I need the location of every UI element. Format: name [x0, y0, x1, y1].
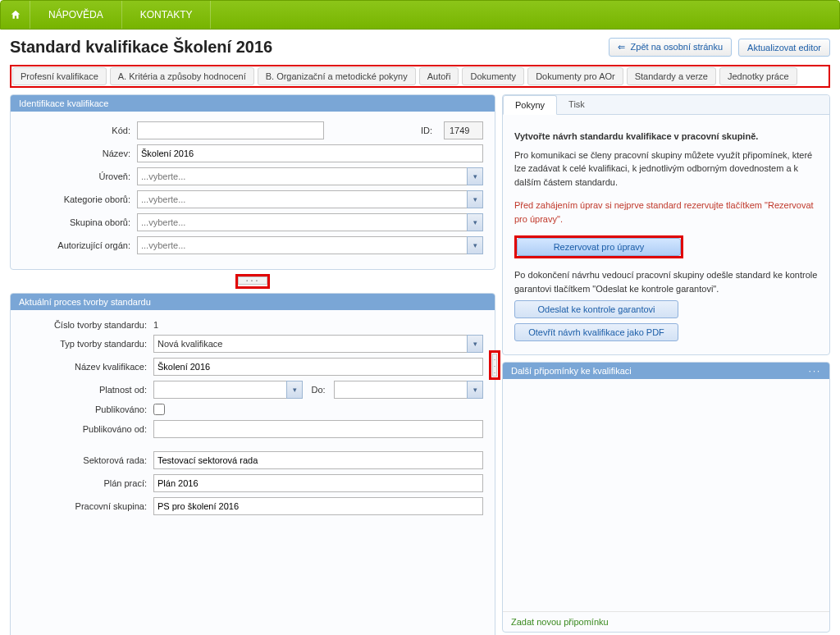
tabstrip-highlight: Profesní kvalifikace A. Kritéria a způso…: [10, 65, 830, 88]
tab-standardy-verze[interactable]: Standardy a verze: [627, 67, 716, 85]
kategorie-select-value: [137, 190, 467, 208]
label-publikovano: Publikováno:: [22, 404, 153, 414]
reserve-button[interactable]: Rezervovat pro úpravy: [517, 238, 681, 256]
cislo-value: 1: [153, 320, 158, 330]
top-nav: NÁPOVĚDA KONTAKTY: [0, 0, 840, 30]
platnost-do-date[interactable]: ▾: [334, 381, 483, 399]
panel-proces-header: Aktuální proces tvorby standardu: [11, 294, 495, 310]
label-kategorie: Kategorie oborů:: [22, 194, 137, 204]
skupina-select-value: [137, 213, 467, 231]
kod-input[interactable]: [137, 121, 324, 139]
reserve-highlight: Rezervovat pro úpravy: [514, 235, 683, 258]
panel-comments: Další připomínky ke kvalifikaci ··· Zada…: [502, 362, 830, 633]
publikovano-od-input[interactable]: [153, 420, 483, 438]
label-skupina: Skupina oborů:: [22, 217, 137, 227]
uroven-select-value: [137, 167, 467, 185]
main-area: Identifikace kvalifikace Kód: ID: 1749 N…: [0, 94, 840, 635]
label-do: Do:: [308, 385, 328, 395]
arrow-left-icon: ⇐: [618, 42, 625, 52]
tab-dokumenty[interactable]: Dokumenty: [462, 67, 524, 85]
label-autorg: Autorizující orgán:: [22, 240, 137, 250]
prac-skupina-input[interactable]: [153, 497, 483, 515]
uroven-select[interactable]: ▾: [137, 167, 483, 185]
id-value: 1749: [444, 121, 483, 139]
skupina-select[interactable]: ▾: [137, 213, 483, 231]
nazev-input[interactable]: [137, 144, 483, 162]
nav-help[interactable]: NÁPOVĚDA: [30, 1, 122, 29]
instr-bold: Vytvořte návrh standardu kvalifikace v p…: [514, 131, 758, 141]
nazev-kval-input[interactable]: [153, 358, 483, 376]
chevron-down-icon: ▾: [467, 213, 483, 231]
right-column: Pokyny Tisk Vytvořte návrh standardu kva…: [502, 94, 830, 635]
label-cislo: Číslo tvorby standardu:: [22, 320, 153, 330]
calendar-icon: ▾: [467, 381, 483, 399]
tab-organizacni[interactable]: B. Organizační a metodické pokyny: [258, 67, 416, 85]
label-uroven: Úroveň:: [22, 171, 137, 181]
tab-autori[interactable]: Autoři: [419, 67, 459, 85]
label-typ: Typ tvorby standardu:: [22, 339, 153, 349]
label-kod: Kód:: [22, 126, 137, 135]
plan-input[interactable]: [153, 474, 483, 492]
comments-body: [503, 379, 829, 611]
label-nazev-kval: Název kvalifikace:: [22, 362, 153, 372]
side-tab-tisk[interactable]: Tisk: [557, 95, 596, 114]
chevron-down-icon: ▾: [467, 190, 483, 208]
instr-after: Po dokončení návrhu vedoucí pracovní sku…: [514, 268, 818, 295]
platnost-od-value: [153, 381, 286, 399]
back-button[interactable]: ⇐ Zpět na osobní stránku: [609, 38, 733, 57]
label-nazev: Název:: [22, 148, 137, 158]
update-editor-button[interactable]: Aktualizovat editor: [738, 39, 830, 57]
instr-text: Pro komunikaci se členy pracovní skupiny…: [514, 148, 818, 190]
panel-comments-title: Další připomínky ke kvalifikaci: [511, 366, 632, 376]
calendar-icon: ▾: [286, 381, 303, 399]
label-publikovano-od: Publikováno od:: [22, 424, 153, 434]
platnost-od-date[interactable]: ▾: [153, 381, 303, 399]
tab-dokumenty-aor[interactable]: Dokumenty pro AOr: [527, 67, 623, 85]
panel-identifikace: Identifikace kvalifikace Kód: ID: 1749 N…: [10, 94, 495, 270]
panel-pokyny: Pokyny Tisk Vytvořte návrh standardu kva…: [502, 94, 830, 355]
new-comment-link[interactable]: Zadat novou připomínku: [503, 611, 829, 632]
typ-select[interactable]: ▾: [153, 335, 483, 353]
instructions: Vytvořte návrh standardu kvalifikace v p…: [503, 115, 829, 354]
home-button[interactable]: [1, 1, 30, 29]
tab-profesni-kvalifikace[interactable]: Profesní kvalifikace: [12, 67, 107, 85]
publikovano-checkbox[interactable]: [153, 404, 165, 415]
autorg-select[interactable]: ▾: [137, 236, 483, 254]
chevron-down-icon: ▾: [467, 236, 483, 254]
tab-jednotky-prace[interactable]: Jednotky práce: [719, 67, 797, 85]
send-guarantor-button[interactable]: Odeslat ke kontrole garantovi: [514, 300, 678, 318]
sektor-input[interactable]: [153, 451, 483, 469]
panel-identifikace-header: Identifikace kvalifikace: [11, 95, 495, 112]
nav-contacts[interactable]: KONTAKTY: [122, 1, 212, 29]
panel-comments-header: Další připomínky ke kvalifikaci ···: [503, 363, 829, 379]
kategorie-select[interactable]: ▾: [137, 190, 483, 208]
label-sektor: Sektorová rada:: [22, 455, 153, 465]
left-column: Identifikace kvalifikace Kód: ID: 1749 N…: [10, 94, 495, 635]
back-button-label: Zpět na osobní stránku: [631, 42, 724, 52]
dots-icon: ···: [809, 366, 821, 376]
horizontal-splitter: [10, 276, 495, 286]
side-tab-pokyny[interactable]: Pokyny: [503, 95, 557, 115]
platnost-do-value: [334, 381, 467, 399]
tab-kriteria[interactable]: A. Kritéria a způsoby hodnocení: [110, 67, 254, 85]
page-header: Standard kvalifikace Školení 2016 ⇐ Zpět…: [0, 30, 840, 62]
label-id: ID:: [421, 126, 439, 135]
chevron-down-icon: ▾: [467, 167, 483, 185]
horizontal-splitter-highlight: [235, 274, 270, 289]
typ-select-value: [153, 335, 467, 353]
page-title: Standard kvalifikace Školení 2016: [10, 38, 609, 57]
autorg-select-value: [137, 236, 467, 254]
vertical-splitter-grip[interactable]: [492, 354, 497, 377]
chevron-down-icon: ▾: [467, 335, 483, 353]
label-prac-skupina: Pracovní skupina:: [22, 501, 153, 511]
tabstrip: Profesní kvalifikace A. Kritéria a způso…: [12, 67, 828, 85]
home-icon: [10, 9, 21, 21]
instr-warn: Před zahájením úprav si nejprve standard…: [514, 199, 818, 226]
panel-proces: Aktuální proces tvorby standardu Číslo t…: [10, 293, 495, 635]
vertical-splitter-highlight: [489, 350, 500, 380]
label-plan: Plán prací:: [22, 478, 153, 488]
open-pdf-button[interactable]: Otevřít návrh kvalifikace jako PDF: [514, 323, 678, 341]
label-platnost-od: Platnost od:: [22, 385, 153, 395]
horizontal-splitter-grip[interactable]: [238, 276, 267, 285]
side-tabs: Pokyny Tisk: [503, 95, 829, 115]
